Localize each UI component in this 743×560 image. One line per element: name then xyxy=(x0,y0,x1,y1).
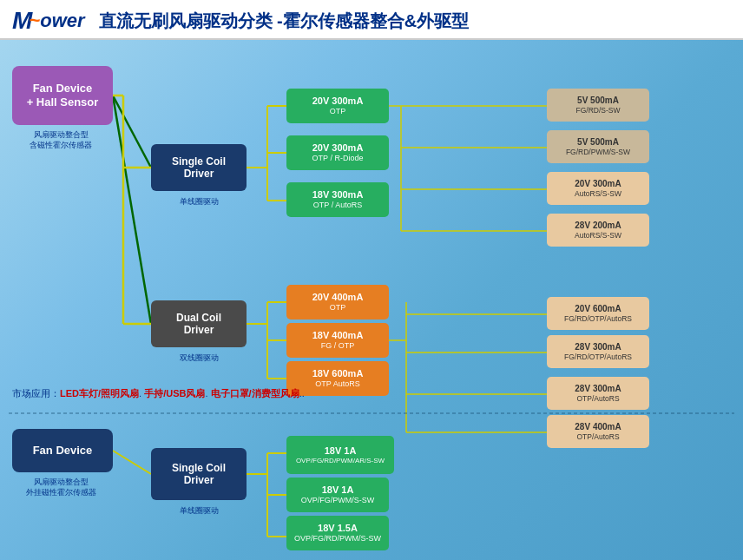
orange-box-1: 20V 400mA OTP xyxy=(286,285,389,320)
svg-line-28 xyxy=(113,451,151,474)
right-box-1: 5V 500mA FG/RD/S-SW xyxy=(547,89,649,122)
market-text-top: 市场应用：LED车灯/照明风扇. 手持/USB风扇. 电子口罩/消费型风扇.. xyxy=(12,387,305,400)
right-box-5: 20V 600mA FG/RD/OTP/AutoRS xyxy=(547,297,649,330)
single-coil-driver-bottom: Single Coil Driver xyxy=(151,448,247,500)
green-box-1: 20V 300mA OTP xyxy=(286,89,389,123)
svg-line-1 xyxy=(113,96,151,324)
logo: M ~ ower xyxy=(12,7,85,35)
fan-device-top-label: 风扇驱动整合型 含磁性霍尔传感器 xyxy=(7,130,115,150)
green-box-2: 20V 300mA OTP / R-Diode xyxy=(286,135,389,170)
right-box-6: 28V 300mA FG/RD/OTP/AutoRS xyxy=(547,335,649,368)
fan-device-bottom-label: 风扇驱动整合型 外挂磁性霍尔传感器 xyxy=(7,478,115,497)
right-box-4: 28V 200mA AutoRS/S-SW xyxy=(547,214,649,247)
header-title: 直流无刷风扇驱动分类 -霍尔传感器整合&外驱型 xyxy=(99,10,470,33)
single-coil-driver-top: Single Coil Driver xyxy=(151,144,247,191)
svg-line-0 xyxy=(113,96,151,168)
fan-device-bottom: Fan Device xyxy=(12,429,113,472)
dual-coil-driver: Dual Coil Driver xyxy=(151,300,247,347)
market-text-top-line1: 市场应用：LED车灯/照明风扇. 手持/USB风扇. 电子口罩/消费型风扇.. xyxy=(12,388,305,399)
single-coil-bottom-label: 单线圈驱动 xyxy=(146,505,252,517)
logo-ower: ower xyxy=(40,10,84,32)
bottom-green-box-3: 18V 1.5A OVP/FG/RD/PWM/S-SW xyxy=(286,516,389,550)
green-box-3: 18V 300mA OTP / AutoRS xyxy=(286,182,389,217)
main-content: Fan Device + Hall Sensor 风扇驱动整合型 含磁性霍尔传感… xyxy=(0,40,743,555)
bottom-green-box-2: 18V 1A OVP/FG/PWM/S-SW xyxy=(286,478,389,512)
fan-device-top: Fan Device + Hall Sensor xyxy=(12,66,113,125)
orange-box-2: 18V 400mA FG / OTP xyxy=(286,323,389,358)
logo-wave: ~ xyxy=(29,10,40,32)
header: M ~ ower 直流无刷风扇驱动分类 -霍尔传感器整合&外驱型 xyxy=(0,0,743,40)
right-box-2: 5V 500mA FG/RD/PWM/S-SW xyxy=(547,130,649,163)
right-box-3: 20V 300mA AutoRS/S-SW xyxy=(547,172,649,205)
right-box-8: 28V 400mA OTP/AutoRS xyxy=(547,415,649,448)
bottom-green-box-1: 18V 1A OVP/FG/RD/PWM/AR/S-SW xyxy=(286,436,394,474)
dual-coil-label: 双线圈驱动 xyxy=(146,352,252,364)
right-box-7: 28V 300mA OTP/AutoRS xyxy=(547,377,649,410)
single-coil-top-label: 单线圈驱动 xyxy=(146,196,252,208)
